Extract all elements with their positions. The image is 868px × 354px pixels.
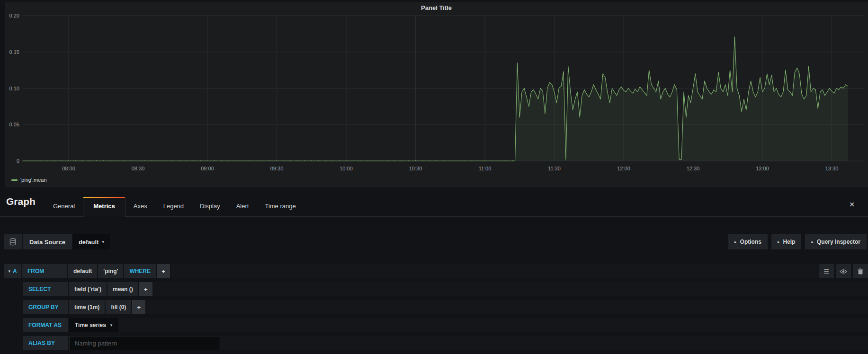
query-row-from: ▾ A FROM default 'ping' WHERE + ☰	[4, 264, 868, 278]
svg-text:0.15: 0.15	[9, 49, 19, 55]
add-group-by-part-button[interactable]: +	[132, 300, 145, 314]
tab-general[interactable]: General	[45, 197, 83, 216]
add-select-part-button[interactable]: +	[139, 282, 152, 296]
query-inspector-button[interactable]: ▸ Query Inspector	[805, 234, 867, 249]
svg-text:10:00: 10:00	[340, 166, 353, 171]
graph-panel: Panel Title 08:0008:3009:0009:3010:0010:…	[5, 2, 868, 187]
editor-tabs: General Metrics Axes Legend Display Aler…	[45, 197, 304, 216]
svg-text:12:00: 12:00	[617, 166, 630, 171]
query-delete-trash-icon[interactable]	[853, 264, 868, 278]
svg-text:11:00: 11:00	[479, 166, 492, 171]
chevron-down-icon: ▾	[110, 323, 113, 327]
close-icon[interactable]: ✕	[849, 201, 855, 208]
svg-text:0.10: 0.10	[9, 86, 19, 91]
query-visibility-eye-icon[interactable]	[836, 264, 851, 278]
tab-alert[interactable]: Alert	[228, 197, 257, 216]
svg-text:11:30: 11:30	[548, 166, 561, 171]
select-label: SELECT	[23, 282, 68, 296]
alias-by-input[interactable]	[69, 336, 219, 350]
toolbar-right-buttons: ▸ Options ▸ Help ▸ Query Inspector	[728, 234, 867, 249]
format-as-label: FORMAT AS	[23, 318, 68, 332]
group-by-time-part[interactable]: time (1m)	[69, 300, 105, 314]
row-filler	[171, 264, 818, 278]
svg-text:0: 0	[17, 158, 19, 164]
datasource-select[interactable]: default ▾	[73, 234, 110, 249]
help-button-label: Help	[783, 239, 795, 245]
svg-text:12:30: 12:30	[687, 166, 700, 171]
tab-time-range[interactable]: Time range	[257, 197, 304, 216]
chevron-right-icon: ▸	[734, 239, 737, 244]
legend-series-label[interactable]: 'ping'.mean	[20, 177, 47, 183]
query-row-group-by: GROUP BY time (1m) fill (0) +	[22, 300, 868, 314]
svg-text:08:00: 08:00	[62, 166, 75, 171]
legend-color-swatch	[11, 179, 18, 181]
query-menu-icon[interactable]: ☰	[819, 264, 834, 278]
tab-display[interactable]: Display	[192, 197, 228, 216]
chevron-down-icon: ▾	[8, 269, 10, 274]
chevron-down-icon: ▾	[102, 239, 105, 244]
datasource-toolbar: Data Source default ▾ ▸ Options ▸ Help ▸…	[4, 234, 868, 249]
svg-text:0.05: 0.05	[9, 122, 19, 127]
add-where-condition-button[interactable]: +	[157, 264, 170, 278]
svg-text:09:00: 09:00	[201, 166, 214, 171]
select-mean-part[interactable]: mean ()	[107, 282, 138, 296]
chevron-right-icon: ▸	[811, 239, 814, 244]
tab-legend[interactable]: Legend	[155, 197, 192, 216]
chevron-right-icon: ▸	[778, 239, 780, 244]
datasource-label: Data Source	[23, 234, 72, 249]
timeseries-chart[interactable]: 08:0008:3009:0009:3010:0010:3011:0011:30…	[5, 2, 868, 175]
query-row-actions: ☰	[819, 264, 868, 278]
svg-text:13:30: 13:30	[825, 166, 839, 171]
datasource-value: default	[79, 239, 99, 246]
group-by-fill-part[interactable]: fill (0)	[106, 300, 131, 314]
panel-editor-tabbar: Graph General Metrics Axes Legend Displa…	[0, 189, 868, 217]
format-as-value: Time series	[75, 322, 106, 328]
query-row-format-as: FORMAT AS Time series ▾	[22, 318, 868, 332]
tab-axes[interactable]: Axes	[125, 197, 155, 216]
legend: 'ping'.mean	[11, 177, 47, 183]
tab-metrics[interactable]: Metrics	[83, 197, 125, 217]
database-icon	[4, 234, 22, 249]
svg-text:09:30: 09:30	[270, 166, 284, 171]
query-inspector-button-label: Query Inspector	[817, 239, 860, 245]
from-measurement-policy[interactable]: default	[68, 264, 97, 278]
row-filler	[220, 336, 868, 350]
row-filler	[153, 282, 868, 296]
query-row-select: SELECT field ('rta') mean () +	[22, 282, 868, 296]
help-button[interactable]: ▸ Help	[771, 234, 802, 249]
row-filler	[146, 300, 868, 314]
query-collapse-toggle[interactable]: ▾ A	[4, 264, 21, 278]
alias-by-label: ALIAS BY	[23, 336, 68, 350]
row-filler	[119, 318, 868, 332]
format-as-select[interactable]: Time series ▾	[69, 318, 118, 332]
group-by-label: GROUP BY	[23, 300, 68, 314]
svg-text:08:30: 08:30	[132, 166, 145, 171]
query-row-alias-by: ALIAS BY	[22, 336, 868, 350]
svg-text:10:30: 10:30	[409, 166, 422, 171]
from-measurement[interactable]: 'ping'	[98, 264, 123, 278]
panel-type-title: Graph	[6, 196, 36, 207]
query-ref-letter: A	[13, 268, 17, 274]
where-keyword[interactable]: WHERE	[124, 264, 156, 278]
options-button-label: Options	[740, 239, 761, 245]
svg-text:13:00: 13:00	[756, 166, 769, 171]
options-button[interactable]: ▸ Options	[728, 234, 768, 249]
from-label: FROM	[22, 264, 67, 278]
select-field-part[interactable]: field ('rta')	[69, 282, 107, 296]
svg-text:0.20: 0.20	[9, 13, 19, 18]
